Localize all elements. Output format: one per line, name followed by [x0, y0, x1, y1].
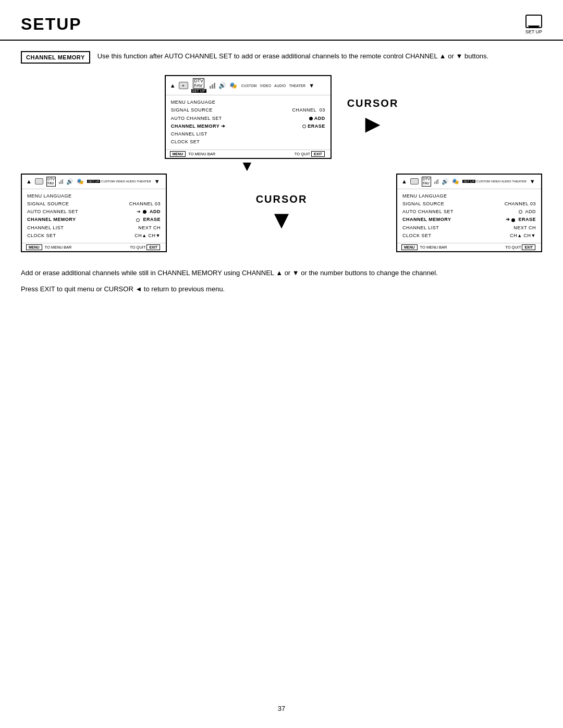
cursor-right-icon: ►	[360, 112, 385, 137]
menu-item-bl-language: MENU LANGUAGE	[27, 192, 161, 200]
exit-btn: EXIT	[311, 151, 325, 157]
dtv-icon-br: DTVFAV	[422, 177, 431, 187]
menu-top-bar-br: ▲ DTVFAV 🔊 🎭 SET UP CUSTOM VIDEO AUDIO T…	[397, 175, 541, 189]
menu-item-bl-clock: CLOCK SET CH▲ CH▼	[27, 232, 161, 240]
tv-screen-icon: ■	[179, 82, 188, 89]
menu-item-bl-signal: SIGNAL SOURCE CHANNEL 03	[27, 200, 161, 208]
menu-item-bl-auto: AUTO CHANNEL SET ➔ ADD	[27, 208, 161, 216]
diagram-bottom: ▲ DTVFAV 🔊 🎭 SET UP CUSTOM VIDEO AUDIO T…	[21, 174, 542, 253]
down-arrow-icon: ▼	[240, 159, 254, 174]
menu-top-bar-bl: ▲ DTVFAV 🔊 🎭 SET UP CUSTOM VIDEO AUDIO T…	[22, 175, 166, 189]
menu-footer-bl: MENU TO MENU BAR TO QUIT EXIT	[22, 243, 166, 251]
arrow-down-icon: ▼	[309, 82, 314, 89]
menu-btn: MENU	[170, 151, 186, 157]
menu-item-language: MENU LANGUAGE	[171, 98, 325, 106]
description-row: CHANNEL MEMORY Use this function after A…	[21, 51, 542, 64]
speaker-icon-br: 🔊	[442, 178, 449, 185]
menu-body-br: MENU LANGUAGE SIGNAL SOURCE CHANNEL 03 A…	[397, 189, 541, 243]
menu-item-auto-channel: AUTO CHANNEL SET ADD	[171, 115, 325, 122]
setup-label-br: SET UP	[462, 180, 476, 183]
bar-chart-icon	[210, 82, 215, 89]
menu-item-signal: SIGNAL SOURCE CHANNEL 03	[171, 106, 325, 114]
menu-screen-top: ▲ ■ DTVFAV SET UP	[165, 75, 332, 159]
menu-item-br-memory: CHANNEL MEMORY ➔ ERASE	[402, 216, 536, 224]
menu-item-bl-memory: CHANNEL MEMORY ERASE	[27, 216, 161, 224]
menu-item-br-auto: AUTO CHANNEL SET ADD	[402, 208, 536, 216]
page-title: SETUP	[21, 15, 82, 34]
tv-icon	[525, 15, 542, 28]
cursor-section-top: CURSOR ►	[347, 97, 399, 137]
menu-item-br-language: MENU LANGUAGE	[402, 192, 536, 200]
setup-label-bl: SET UP	[87, 180, 101, 183]
tv-icon-bl	[35, 178, 43, 184]
arrow-down-icon-bl: ▼	[154, 178, 160, 184]
dtv-icon-bl: DTVFAV	[46, 177, 56, 187]
channel-memory-badge: CHANNEL MEMORY	[21, 51, 90, 64]
menu-body-bl: MENU LANGUAGE SIGNAL SOURCE CHANNEL 03 A…	[22, 189, 166, 243]
menu-screen-bottom-left: ▲ DTVFAV 🔊 🎭 SET UP CUSTOM VIDEO AUDIO T…	[21, 174, 167, 253]
menu-item-br-list: CHANNEL LIST NEXT CH	[402, 224, 536, 232]
menu-item-br-signal: SIGNAL SOURCE CHANNEL 03	[402, 200, 536, 208]
bar-icon-br	[434, 179, 438, 184]
cursor-down-icon: ▼	[269, 207, 294, 232]
speaker-icon: 🔊	[218, 82, 226, 89]
menu-screen-bottom-right: ▲ DTVFAV 🔊 🎭 SET UP CUSTOM VIDEO AUDIO T…	[396, 174, 542, 253]
page-header: SETUP SET UP	[0, 0, 563, 41]
bar-icon-bl	[59, 179, 63, 184]
menu-footer-br: MENU TO MENU BAR TO QUIT EXIT	[397, 243, 541, 251]
header-right: SET UP	[525, 15, 542, 34]
menu-item-channel-list: CHANNEL LIST	[171, 130, 325, 138]
theater-icon-bl: 🎭	[77, 178, 84, 185]
arrow-down-icon-br: ▼	[530, 178, 535, 184]
arrow-up-icon-bl: ▲	[26, 178, 32, 184]
menu-item-bl-list: CHANNEL LIST NEXT CH	[27, 224, 161, 232]
speaker-icon-bl: 🔊	[66, 178, 74, 185]
arrow-up-icon-br: ▲	[401, 178, 407, 184]
menu-item-channel-memory-top: CHANNEL MEMORY ➔ ERASE	[171, 122, 325, 130]
menu-body-top: MENU LANGUAGE SIGNAL SOURCE CHANNEL 03 A…	[166, 95, 331, 150]
theater-icon: 🎭	[229, 82, 237, 89]
tv-icon-br	[410, 178, 419, 184]
theater-icon-br: 🎭	[452, 178, 459, 185]
arrow-up-icon: ▲	[170, 82, 176, 89]
menu-item-br-clock: CLOCK SET CH▲ CH▼	[402, 232, 536, 240]
arrow-down-connector: ▼	[198, 159, 365, 174]
cursor-section-middle: CURSOR ▼	[256, 193, 308, 232]
body-text-1: Add or erase additional channels while s…	[21, 268, 542, 279]
main-content: CHANNEL MEMORY Use this function after A…	[0, 41, 563, 321]
menu-item-clock-set: CLOCK SET	[171, 138, 325, 146]
page-number: 37	[278, 705, 285, 712]
icon-dtv: DTVFAV SET UP	[191, 78, 206, 93]
menu-top-bar: ▲ ■ DTVFAV SET UP	[166, 76, 331, 95]
body-text-2: Press EXIT to quit menu or CURSOR ◄ to r…	[21, 284, 542, 295]
description-text: Use this function after AUTO CHANNEL SET…	[97, 51, 488, 61]
menu-footer-top: MENU TO MENU BAR TO QUIT EXIT	[166, 150, 331, 158]
